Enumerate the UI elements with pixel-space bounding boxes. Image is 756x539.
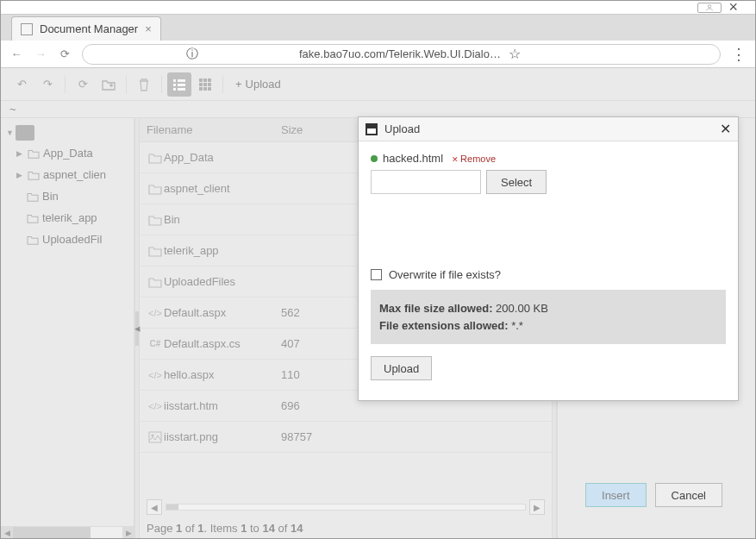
scroll-thumb[interactable]: [166, 505, 178, 510]
separator: [126, 76, 127, 93]
tab-close-icon[interactable]: ×: [145, 22, 152, 35]
tab-title: Document Manager: [40, 22, 138, 35]
overwrite-checkbox[interactable]: [371, 269, 382, 280]
do-upload-button[interactable]: Upload: [371, 356, 432, 380]
scroll-right-button[interactable]: ▶: [529, 499, 545, 515]
col-size[interactable]: Size: [281, 123, 303, 136]
overwrite-label: Overwrite if file exists?: [389, 268, 501, 281]
tree-horizontal-scrollbar[interactable]: ◀ ▶: [1, 526, 134, 538]
folder-icon: [28, 170, 40, 180]
expand-icon[interactable]: ▶: [16, 171, 22, 179]
refresh-icon[interactable]: ⟳: [71, 72, 95, 97]
scroll-left-button[interactable]: ◀: [147, 499, 162, 515]
scroll-thumb[interactable]: [13, 527, 91, 538]
remove-file-link[interactable]: Remove: [452, 154, 496, 164]
tree-item[interactable]: ▶App_Data: [4, 142, 130, 164]
scroll-track[interactable]: [13, 527, 122, 538]
row-size: 562: [281, 306, 300, 319]
browser-menu-icon[interactable]: ⋮: [731, 45, 747, 64]
scroll-right-icon[interactable]: ▶: [122, 527, 134, 538]
reload-icon[interactable]: ⟳: [58, 47, 72, 61]
upload-dialog: Upload ✕ hacked.html Remove Select Overw…: [358, 116, 739, 401]
folder-icon: [27, 235, 39, 245]
row-filename: iisstart.png: [164, 430, 281, 443]
upload-button[interactable]: +Upload: [228, 78, 288, 91]
tree-item[interactable]: ▶aspnet_clien: [4, 164, 130, 185]
user-account-icon[interactable]: [697, 3, 722, 13]
row-size: 407: [281, 337, 300, 350]
svg-rect-4: [178, 79, 185, 82]
svg-rect-8: [203, 78, 207, 82]
tree-item[interactable]: UploadedFil: [4, 229, 130, 250]
svg-rect-12: [208, 83, 211, 86]
back-icon[interactable]: ←: [9, 47, 23, 61]
folder-icon: [147, 214, 164, 226]
file-path-input[interactable]: [371, 170, 481, 194]
folder-icon: [147, 183, 164, 195]
upload-info-box: Max file size allowed: 200.00 KB File ex…: [371, 290, 726, 344]
dialog-footer: Insert Cancel: [585, 483, 722, 507]
selected-file-name: hacked.html: [383, 152, 443, 165]
browser-tabs: Document Manager ×: [1, 15, 755, 41]
row-filename: telerik_app: [164, 244, 281, 257]
forward-icon[interactable]: →: [34, 47, 47, 61]
scroll-left-icon[interactable]: ◀: [1, 527, 13, 538]
tree-item[interactable]: telerik_app: [4, 207, 130, 229]
folder-icon: [27, 213, 39, 223]
new-folder-icon[interactable]: [97, 72, 121, 97]
svg-rect-2: [173, 84, 176, 86]
plus-icon: +: [235, 78, 242, 91]
svg-rect-7: [199, 78, 203, 82]
browser-tab[interactable]: Document Manager ×: [11, 16, 161, 41]
dialog-close-icon[interactable]: ✕: [720, 121, 731, 137]
tree-item[interactable]: Bin: [4, 185, 130, 207]
dialog-icon: [366, 123, 378, 135]
row-filename: Bin: [164, 213, 281, 226]
window-chrome-top: ×: [1, 1, 755, 15]
upload-label: Upload: [246, 78, 281, 91]
app-toolbar: ↶ ↷ ⟳ +Upload: [1, 68, 755, 101]
insert-button[interactable]: Insert: [585, 483, 647, 507]
expand-icon[interactable]: ▶: [16, 149, 22, 158]
scroll-track[interactable]: [166, 504, 526, 511]
dialog-body: hacked.html Remove Select Overwrite if f…: [359, 141, 738, 391]
row-filename: Default.aspx.cs: [164, 337, 281, 350]
splitter-handle-icon: ◂: [135, 311, 139, 346]
site-info-icon[interactable]: ⓘ: [90, 47, 294, 61]
tree-root[interactable]: ▼: [4, 123, 130, 142]
address-bar-row: ← → ⟳ ⓘ fake.bao7uo.com/Telerik.Web.UI.D…: [1, 41, 755, 68]
list-scroll-spinner: ◀ ▶: [140, 496, 552, 518]
overwrite-row: Overwrite if file exists?: [371, 268, 726, 281]
image-icon: [147, 431, 164, 443]
expand-icon[interactable]: ▼: [6, 128, 14, 137]
row-filename: hello.aspx: [164, 368, 281, 381]
svg-point-0: [709, 4, 711, 7]
extensions-value: *.*: [509, 319, 523, 332]
tree-item-label: telerik_app: [42, 211, 97, 224]
separator: [222, 76, 223, 93]
select-button[interactable]: Select: [486, 170, 547, 194]
redo-icon[interactable]: ↷: [35, 72, 59, 97]
list-view-icon[interactable]: [167, 72, 191, 97]
tree-item-label: App_Data: [43, 147, 93, 160]
max-size-label: Max file size allowed:: [379, 302, 493, 315]
url-bar[interactable]: ⓘ fake.bao7uo.com/Telerik.Web.UI.DialogH…: [82, 44, 721, 65]
max-size-value: 200.00 KB: [493, 302, 548, 315]
col-filename[interactable]: Filename: [147, 123, 281, 136]
list-row[interactable]: iisstart.png98757: [140, 422, 552, 453]
row-filename: UploadedFiles: [164, 275, 281, 288]
svg-rect-5: [178, 84, 185, 86]
undo-icon[interactable]: ↶: [9, 72, 34, 97]
cancel-button[interactable]: Cancel: [655, 483, 722, 507]
row-filename: Default.aspx: [164, 306, 281, 319]
svg-rect-9: [208, 78, 211, 82]
svg-rect-11: [203, 83, 207, 86]
grid-view-icon[interactable]: [193, 72, 217, 97]
bookmark-star-icon[interactable]: ☆: [509, 46, 713, 62]
code-icon: </>: [147, 370, 164, 380]
status-dot-icon: [371, 155, 378, 162]
window-close-icon[interactable]: ×: [728, 0, 738, 16]
breadcrumb: ~: [1, 101, 755, 118]
delete-icon[interactable]: [132, 72, 156, 97]
svg-rect-14: [203, 87, 207, 91]
